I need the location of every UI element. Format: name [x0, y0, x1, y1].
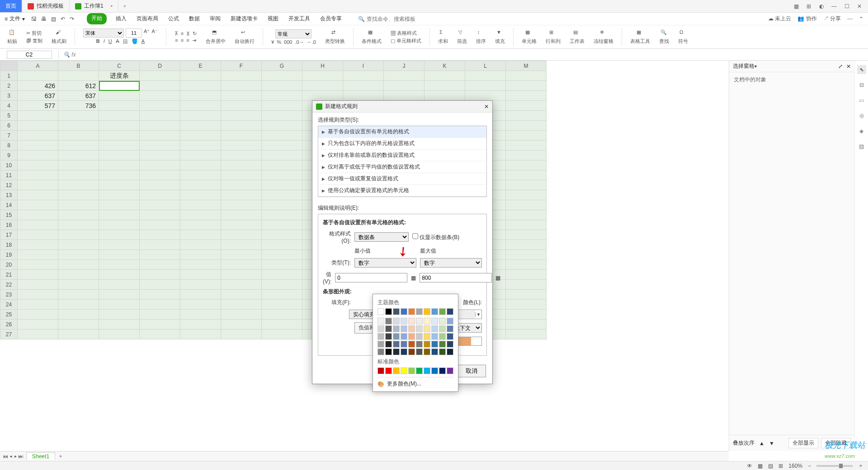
tab-insert[interactable]: 插入 — [115, 13, 127, 24]
close-icon[interactable]: ✕ — [855, 3, 863, 9]
cell-E6[interactable] — [180, 121, 221, 131]
row-header-2[interactable]: 2 — [0, 81, 18, 91]
theme-shade-2-4[interactable] — [408, 333, 415, 340]
tab-data[interactable]: 数据 — [188, 13, 201, 24]
cell-A27[interactable] — [18, 329, 58, 339]
std-color-7[interactable] — [431, 367, 438, 374]
add-sheet-icon[interactable]: ＋ — [58, 452, 63, 460]
cell-C2[interactable] — [99, 81, 140, 91]
rule-option-1[interactable]: ▶只为包含以下内容的单元格设置格式 — [318, 138, 486, 150]
cell-B2[interactable]: 612 — [58, 81, 99, 91]
cell-G24[interactable] — [262, 300, 302, 310]
cell-G11[interactable] — [262, 170, 302, 180]
theme-shade-1-1[interactable] — [385, 325, 392, 332]
row-header-10[interactable]: 10 — [0, 160, 18, 170]
cell-E3[interactable] — [180, 91, 221, 101]
tab-template[interactable]: 找稻壳模板 — [22, 0, 70, 12]
cell-B1[interactable] — [58, 71, 99, 81]
theme-shade-0-9[interactable] — [447, 318, 453, 324]
theme-shade-1-3[interactable] — [401, 325, 407, 332]
cell-F9[interactable] — [221, 150, 262, 160]
theme-shade-1-6[interactable] — [424, 325, 430, 332]
zoom-out-icon[interactable]: − — [808, 463, 811, 469]
cell-A19[interactable] — [18, 250, 58, 260]
freeze-group[interactable]: ❄冻结窗格 — [591, 29, 616, 45]
col-header-E[interactable]: E — [180, 61, 221, 71]
cell-D3[interactable] — [140, 91, 180, 101]
cell-D1[interactable] — [140, 71, 180, 81]
undo-icon[interactable]: ↶ — [61, 16, 65, 22]
theme-color-5[interactable] — [416, 308, 423, 315]
cell-B6[interactable] — [58, 121, 99, 131]
cell-D15[interactable] — [140, 210, 180, 220]
more-icon[interactable]: ⋯ — [847, 16, 853, 22]
collab-button[interactable]: 👥 协作 — [797, 15, 816, 23]
theme-shade-4-9[interactable] — [447, 348, 453, 355]
cut-button[interactable]: ✂ 剪切 — [26, 30, 42, 37]
cell-B7[interactable] — [58, 131, 99, 141]
cell-A5[interactable] — [18, 111, 58, 121]
cell-M6[interactable] — [506, 121, 547, 131]
rule-type-list[interactable]: ▶基于各自值设置所有单元格的格式▶只为包含以下内容的单元格设置格式▶仅对排名靠前… — [318, 126, 487, 197]
col-header-H[interactable]: H — [302, 61, 343, 71]
cell-I2[interactable] — [343, 81, 384, 91]
row-header-20[interactable]: 20 — [0, 260, 18, 270]
align-top-icon[interactable]: ⊼ — [175, 31, 178, 37]
find-group[interactable]: 🔍查找 — [656, 29, 672, 45]
cell-M8[interactable] — [506, 141, 547, 150]
cell-M5[interactable] — [506, 111, 547, 121]
cell-E15[interactable] — [180, 210, 221, 220]
show-all-button[interactable]: 全部显示 — [788, 438, 818, 448]
cell-A12[interactable] — [18, 180, 58, 190]
std-color-3[interactable] — [401, 367, 407, 374]
percent-icon[interactable]: % — [277, 39, 281, 45]
theme-shade-4-8[interactable] — [439, 348, 446, 355]
cell-D12[interactable] — [140, 180, 180, 190]
tools-group[interactable]: ▦表格工具 — [627, 29, 653, 45]
comma-icon[interactable]: 000 — [284, 39, 292, 45]
cell-L2[interactable] — [465, 81, 506, 91]
cell-A25[interactable] — [18, 310, 58, 320]
cell-B13[interactable] — [58, 190, 99, 200]
zoom-in-icon[interactable]: ＋ — [858, 462, 863, 470]
tab-dev[interactable]: 开发工具 — [288, 13, 311, 24]
cell-A14[interactable] — [18, 200, 58, 210]
view-page-icon[interactable]: ▤ — [768, 463, 773, 469]
sheet-nav[interactable]: ⏮ ◀ ▶ ⏭ — [3, 453, 24, 460]
std-color-1[interactable] — [385, 367, 392, 374]
search-input[interactable] — [367, 16, 421, 22]
sort-group[interactable]: ↕排序 — [473, 29, 489, 45]
cell-G18[interactable] — [262, 240, 302, 250]
dialog-close-icon[interactable]: ✕ — [484, 103, 489, 110]
view-normal-icon[interactable]: ▦ — [758, 463, 763, 469]
cell-F8[interactable] — [221, 141, 262, 150]
std-color-0[interactable] — [377, 367, 384, 374]
cell-G10[interactable] — [262, 160, 302, 170]
cell-A13[interactable] — [18, 190, 58, 200]
theme-shade-0-1[interactable] — [385, 318, 392, 324]
std-color-5[interactable] — [416, 367, 423, 374]
cell-D26[interactable] — [140, 320, 180, 329]
sheet-group[interactable]: ▤工作表 — [567, 29, 587, 45]
theme-shade-1-9[interactable] — [447, 325, 453, 332]
std-color-6[interactable] — [424, 367, 430, 374]
format-painter[interactable]: 🖌格式刷 — [49, 29, 69, 45]
cell-C16[interactable] — [99, 220, 140, 230]
view-break-icon[interactable]: ⊞ — [778, 463, 783, 469]
cell-D6[interactable] — [140, 121, 180, 131]
cell-C9[interactable] — [99, 150, 140, 160]
theme-color-7[interactable] — [431, 308, 438, 315]
underline-icon[interactable]: U — [108, 38, 112, 45]
cell-M20[interactable] — [506, 260, 547, 270]
tab-new[interactable]: 新建选项卡 — [230, 13, 259, 24]
cell-F25[interactable] — [221, 310, 262, 320]
cell-E1[interactable] — [180, 71, 221, 81]
theme-shade-3-7[interactable] — [431, 341, 438, 348]
tab-formula[interactable]: 公式 — [167, 13, 180, 24]
cell-A18[interactable] — [18, 240, 58, 250]
cell-C25[interactable] — [99, 310, 140, 320]
cell-B25[interactable] — [58, 310, 99, 320]
cell-M13[interactable] — [506, 190, 547, 200]
cell-A4[interactable]: 577 — [18, 101, 58, 111]
cell-C21[interactable] — [99, 270, 140, 280]
